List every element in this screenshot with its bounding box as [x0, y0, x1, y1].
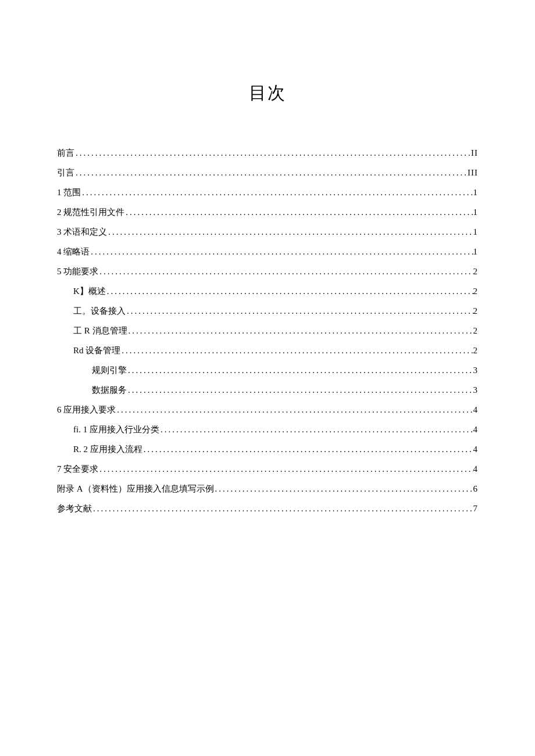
toc-entry: 规则引擎3 [57, 363, 478, 377]
toc-leader [120, 343, 473, 357]
toc-label: Rd 设备管理 [73, 343, 120, 357]
toc-label: 工 R 消息管理 [73, 324, 127, 338]
toc-page: 2 [473, 264, 479, 278]
toc-entry: 6 应用接入要求4 [57, 403, 478, 417]
toc-entry: 前言II [57, 146, 478, 160]
toc-page: 2 [473, 343, 479, 357]
toc-entry: K】概述2 [57, 284, 478, 298]
toc-label: 4 缩略语 [57, 245, 90, 259]
toc-label: 2 规范性引用文件 [57, 205, 124, 219]
toc-leader [159, 422, 473, 436]
toc-page: 2 [473, 324, 479, 338]
toc-label: 规则引擎 [92, 363, 127, 377]
toc-label: 引言 [57, 166, 74, 180]
toc-label: 3 术语和定义 [57, 225, 107, 239]
toc-leader [127, 363, 473, 377]
toc-leader [98, 264, 473, 278]
toc-entry: Rd 设备管理2 [57, 343, 478, 357]
toc-page: 4 [473, 462, 479, 476]
toc-leader [214, 482, 473, 496]
toc-label: 数据服务 [92, 383, 127, 397]
toc-title: 目次 [0, 81, 535, 105]
toc-entry: 工。设备接入2 [57, 304, 478, 318]
toc-leader [98, 462, 473, 476]
toc-page: 1 [473, 205, 479, 219]
toc-label: K】概述 [73, 284, 106, 298]
toc-entry: 参考文献7 [57, 501, 478, 515]
toc-label: 6 应用接入要求 [57, 403, 116, 417]
toc-entry: 1 范围1 [57, 185, 478, 199]
toc-leader [106, 284, 473, 298]
toc-page: 3 [473, 383, 479, 397]
toc-leader [81, 185, 473, 199]
toc-label: 参考文献 [57, 501, 92, 515]
toc-label: 工。设备接入 [73, 304, 126, 318]
toc-label: 7 安全要求 [57, 462, 98, 476]
toc-entry: 附录 A（资料性）应用接入信息填写示例6 [57, 482, 478, 496]
toc-leader [127, 383, 473, 397]
toc-leader [142, 442, 473, 456]
toc-label: 附录 A（资料性）应用接入信息填写示例 [57, 482, 214, 496]
toc-page: 2 [473, 304, 479, 318]
toc-entry: R. 2 应用接入流程4 [57, 442, 478, 456]
toc-leader [126, 304, 473, 318]
toc-page: 1 [473, 225, 479, 239]
toc-page: II [471, 146, 478, 160]
toc-page: 7 [473, 501, 479, 515]
toc-leader [107, 225, 473, 239]
toc-leader [74, 166, 468, 180]
toc-label: fi. 1 应用接入行业分类 [73, 422, 159, 436]
toc-page: 1 [473, 245, 479, 259]
toc-entry: 3 术语和定义1 [57, 225, 478, 239]
toc-entry: 引言III [57, 166, 478, 180]
toc-label: 1 范围 [57, 185, 81, 199]
toc-entry: fi. 1 应用接入行业分类4 [57, 422, 478, 436]
toc-entry: 数据服务3 [57, 383, 478, 397]
toc-leader [90, 245, 473, 259]
toc-page: 2 [473, 284, 479, 298]
toc-page: 4 [473, 422, 479, 436]
toc-page: 6 [473, 482, 479, 496]
toc-page: 4 [473, 442, 479, 456]
toc-page: III [468, 166, 478, 180]
toc-entry: 5 功能要求2 [57, 264, 478, 278]
toc-entry: 7 安全要求4 [57, 462, 478, 476]
toc-page: 4 [473, 403, 479, 417]
toc-label: 5 功能要求 [57, 264, 98, 278]
toc-leader [74, 146, 471, 160]
toc-leader [92, 501, 473, 515]
table-of-contents: 前言II 引言III 1 范围1 2 规范性引用文件1 3 术语和定义1 4 缩… [0, 146, 535, 515]
toc-label: R. 2 应用接入流程 [73, 442, 142, 456]
toc-leader [127, 324, 473, 338]
toc-label: 前言 [57, 146, 74, 160]
toc-page: 3 [473, 363, 479, 377]
toc-entry: 工 R 消息管理2 [57, 324, 478, 338]
toc-leader [116, 403, 473, 417]
toc-entry: 4 缩略语1 [57, 245, 478, 259]
toc-page: 1 [473, 185, 479, 199]
toc-leader [124, 205, 473, 219]
toc-entry: 2 规范性引用文件1 [57, 205, 478, 219]
